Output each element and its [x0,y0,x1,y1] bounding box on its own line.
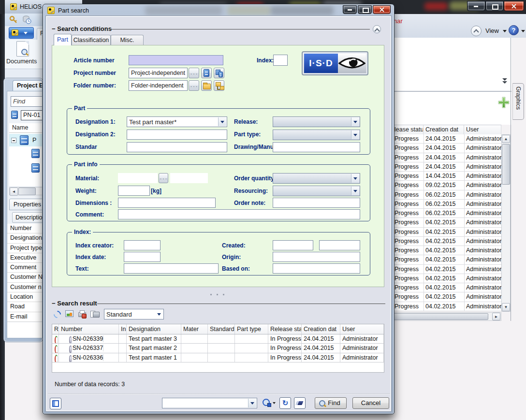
release-combobox[interactable] [273,116,360,127]
property-row[interactable]: Customer n [7,283,43,292]
dialog-titlebar[interactable]: Part search [44,5,394,16]
project-number-field[interactable]: Project-independent [129,68,188,78]
clear-fields-button[interactable] [294,397,306,409]
column-header[interactable]: In [119,324,127,334]
result-row[interactable]: SN-026336 Test part master 1 In Progress… [52,353,384,362]
chevron-down-icon[interactable] [521,30,525,34]
chevron-down-icon[interactable] [155,310,163,319]
order-quantity-combobox[interactable] [273,173,360,184]
chevron-down-icon[interactable] [351,130,359,139]
documents-search-icon[interactable] [16,41,29,57]
property-row[interactable]: Location [7,292,43,302]
chevron-down-icon[interactable] [351,174,359,183]
dialog-resize-toggle-button[interactable] [50,398,61,409]
scroll-down-button[interactable]: ▼ [502,303,510,311]
find-button[interactable]: Find [315,397,347,409]
table-row[interactable]: Progress 24.04.2015 Administrator [393,162,502,172]
print-list-icon[interactable] [90,310,99,318]
property-row[interactable]: Designation [7,233,43,243]
project-select-button[interactable] [201,68,212,78]
designation1-combobox[interactable]: Test part master* [127,116,227,127]
saved-search-combobox[interactable] [162,398,257,408]
double-chevron-down-icon[interactable] [502,78,508,85]
table-row[interactable]: Progress 04.02.2015 Administrator [393,274,502,283]
save-search-button[interactable] [262,397,276,409]
project-number-field[interactable]: PN-01 [21,110,43,120]
property-row[interactable]: Comment [7,263,43,273]
standard-input[interactable] [127,142,227,152]
scroll-right-button[interactable]: ► [492,313,500,320]
tab-graphics[interactable]: Graphics [512,83,524,120]
chevron-down-icon[interactable] [351,187,359,195]
weight-input[interactable] [118,186,150,196]
column-header[interactable]: Mater [181,324,208,334]
database-time-icon[interactable] [22,15,31,24]
column-header[interactable]: Part type [235,324,268,334]
tree-row-project[interactable]: P [9,134,43,146]
cabinet-icon[interactable] [31,163,40,173]
reset-search-button[interactable]: ↻ [279,397,291,409]
print-icon[interactable] [78,310,86,318]
view-dropdown[interactable]: View [485,27,499,34]
main-close-button[interactable] [504,1,524,11]
scroll-up-button[interactable]: ▲ [502,135,510,143]
folder-link-button[interactable] [214,80,224,91]
column-header[interactable]: Release statu [268,324,302,334]
folder-browse-button[interactable]: ... [189,80,199,91]
dialog-close-button[interactable] [373,5,391,14]
table-row[interactable]: Progress 24.04.2015 Administrator [393,144,502,153]
refresh-results-icon[interactable] [52,309,62,319]
add-icon[interactable] [497,96,511,109]
table-row[interactable]: Progress 04.02.2015 Administrator [393,246,502,255]
created-input-1[interactable] [273,240,313,250]
resourcing-combobox[interactable] [273,186,360,196]
text-input[interactable] [124,263,219,274]
documents-button-label[interactable]: Documents [6,58,43,65]
export-view-icon[interactable] [65,310,73,317]
tab-classification[interactable]: Classification [72,35,111,45]
column-header[interactable]: Number [59,324,119,334]
table-row[interactable]: Progress 14.04.2015 Administrator [393,172,502,181]
column-header[interactable]: Standard de [208,324,235,334]
table-row[interactable]: Progress 06.02.2015 Administrator [393,190,502,200]
table-row[interactable]: Progress 04.02.2015 Administrator [393,255,502,264]
column-header[interactable]: Designation [127,324,181,334]
table-row[interactable]: Progress 04.02.2015 Administrator [393,283,502,292]
index-creator-input[interactable] [124,240,161,250]
drawing-input[interactable] [273,142,360,152]
article-number-input[interactable] [129,55,223,65]
project-browse-button[interactable]: ... [189,68,199,78]
column-header[interactable]: Creation dat [302,324,340,334]
scrollbar-thumb[interactable] [502,144,510,185]
part-type-combobox[interactable] [273,130,360,140]
tree-collapse-icon[interactable] [11,138,16,143]
column-header[interactable]: User [464,125,501,134]
index-date-input[interactable] [124,252,161,262]
table-row[interactable]: Progress 04.02.2015 Administrator [393,302,502,311]
cabinet-icon[interactable] [31,149,40,158]
folder-number-field[interactable]: Folder-independent [129,80,188,91]
table-row[interactable]: Progress 24.04.2015 Administrator [393,134,502,144]
chevron-down-icon[interactable] [248,399,256,407]
tab-part[interactable]: Part [54,34,72,45]
dialog-maximize-button[interactable] [358,5,372,14]
table-row[interactable]: Progress 04.02.2015 Administrator [393,218,502,227]
table-row[interactable]: Progress 06.02.2015 Administrator [393,209,502,218]
based-on-input[interactable] [273,263,360,274]
property-row[interactable]: Road [7,302,43,312]
material-input-2[interactable] [170,173,208,183]
horizontal-scrollbar[interactable]: ◄ [9,187,43,195]
collapse-section-button[interactable] [373,25,381,33]
tab-project-explorer[interactable]: Project E [13,80,43,91]
table-row[interactable]: Progress 04.02.2015 Administrator [393,237,502,246]
horizontal-scrollbar[interactable]: ► [393,312,501,321]
splitter-handle[interactable] [208,293,228,296]
dialog-minimize-button[interactable] [343,5,357,14]
table-row[interactable]: Progress 04.02.2015 Administrator [393,292,502,302]
property-row[interactable]: Executive [7,253,43,263]
order-note-input[interactable] [273,198,360,208]
table-row[interactable]: Progress 06.02.2015 Administrator [393,200,502,209]
origin-input[interactable] [273,252,360,262]
tab-properties[interactable]: Properties [9,199,43,210]
main-minimize-button[interactable] [467,1,485,11]
